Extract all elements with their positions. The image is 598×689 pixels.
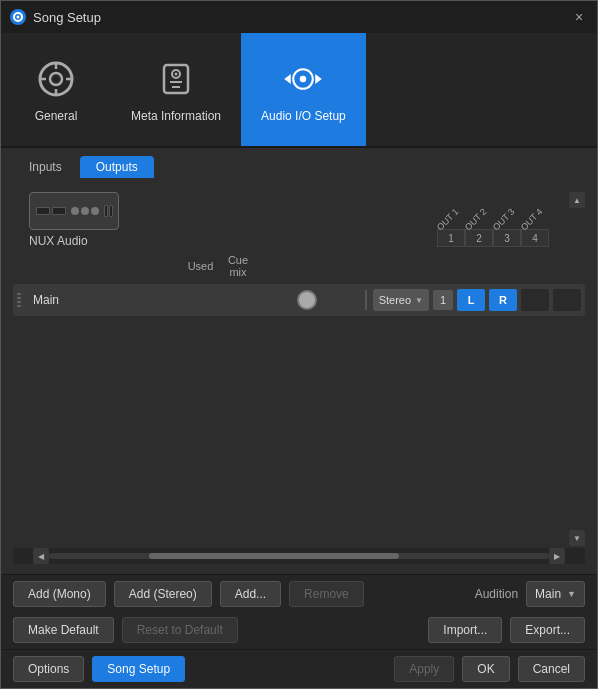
tab-meta-label: Meta Information bbox=[131, 109, 221, 123]
titlebar-left: Song Setup bbox=[9, 8, 101, 26]
bottom-row3: Options Song Setup Apply OK Cancel bbox=[1, 649, 597, 688]
subtab-outputs[interactable]: Outputs bbox=[80, 156, 154, 178]
main-content: NUX Audio OUT 1 OUT 2 OU bbox=[1, 178, 597, 688]
add-button[interactable]: Add... bbox=[220, 581, 281, 607]
channel-name: Main bbox=[29, 293, 293, 307]
out2-header: OUT 2 bbox=[465, 193, 493, 229]
general-icon bbox=[34, 57, 78, 101]
svg-marker-17 bbox=[316, 74, 323, 84]
bottom-row1: Add (Mono) Add (Stereo) Add... Remove Au… bbox=[1, 575, 597, 613]
song-setup-window: Song Setup × General bbox=[0, 0, 598, 689]
audition-dropdown[interactable]: Main ▼ bbox=[526, 581, 585, 607]
add-stereo-button[interactable]: Add (Stereo) bbox=[114, 581, 212, 607]
hscroll-right-arrow[interactable]: ▶ bbox=[549, 548, 565, 564]
tab-audio[interactable]: Audio I/O Setup bbox=[241, 33, 366, 146]
drag-handle[interactable] bbox=[17, 290, 25, 310]
device-name: NUX Audio bbox=[29, 234, 88, 248]
app-icon bbox=[9, 8, 27, 26]
row-separator bbox=[365, 290, 367, 310]
channel-mode-dropdown[interactable]: Stereo ▼ bbox=[373, 289, 429, 311]
titlebar: Song Setup × bbox=[1, 1, 597, 33]
svg-point-4 bbox=[50, 73, 62, 85]
outputs-area: NUX Audio OUT 1 OUT 2 OU bbox=[1, 178, 597, 574]
hscrollbar-thumb[interactable] bbox=[149, 553, 399, 559]
out-cell-4[interactable] bbox=[553, 289, 581, 311]
tab-meta[interactable]: Meta Information bbox=[111, 33, 241, 146]
hscroll-left-arrow[interactable]: ◀ bbox=[33, 548, 49, 564]
svg-point-2 bbox=[17, 16, 20, 19]
bottom-row2: Make Default Reset to Default Import... … bbox=[1, 613, 597, 649]
out-cell-2[interactable]: R bbox=[489, 289, 517, 311]
tab-audio-label: Audio I/O Setup bbox=[261, 109, 346, 123]
tab-general-label: General bbox=[35, 109, 78, 123]
audition-dropdown-arrow: ▼ bbox=[567, 589, 576, 599]
meta-icon bbox=[154, 57, 198, 101]
device-image bbox=[29, 192, 119, 230]
svg-point-16 bbox=[300, 75, 307, 82]
subtabs: Inputs Outputs bbox=[1, 148, 597, 178]
svg-point-13 bbox=[175, 72, 178, 75]
audio-icon bbox=[281, 57, 325, 101]
subtab-inputs[interactable]: Inputs bbox=[13, 156, 78, 178]
remove-button[interactable]: Remove bbox=[289, 581, 364, 607]
out4-header: OUT 4 bbox=[521, 193, 549, 229]
tabbar: General Meta Information bbox=[1, 33, 597, 148]
horizontal-scrollbar[interactable]: ◀ ▶ bbox=[13, 548, 585, 564]
hscrollbar-track[interactable] bbox=[49, 553, 549, 559]
cancel-button[interactable]: Cancel bbox=[518, 656, 585, 682]
window-title: Song Setup bbox=[33, 10, 101, 25]
out3-header: OUT 3 bbox=[493, 193, 521, 229]
close-button[interactable]: × bbox=[569, 7, 589, 27]
svg-marker-14 bbox=[285, 74, 292, 84]
scroll-down-arrow[interactable]: ▼ bbox=[569, 530, 585, 546]
audition-label: Audition bbox=[475, 587, 518, 601]
export-button[interactable]: Export... bbox=[510, 617, 585, 643]
import-button[interactable]: Import... bbox=[428, 617, 502, 643]
audition-value: Main bbox=[535, 587, 561, 601]
out-cell-3[interactable] bbox=[521, 289, 549, 311]
cuemix-header: Cuemix bbox=[218, 254, 258, 278]
scroll-area: ▼ bbox=[13, 316, 585, 546]
ok-button[interactable]: OK bbox=[462, 656, 509, 682]
tab-general[interactable]: General bbox=[1, 33, 111, 146]
reset-default-button[interactable]: Reset to Default bbox=[122, 617, 238, 643]
bottom-bar: Add (Mono) Add (Stereo) Add... Remove Au… bbox=[1, 574, 597, 688]
song-setup-button[interactable]: Song Setup bbox=[92, 656, 185, 682]
used-header: Used bbox=[183, 260, 218, 272]
make-default-button[interactable]: Make Default bbox=[13, 617, 114, 643]
channel-used-indicator bbox=[297, 290, 317, 310]
out-cell-1[interactable]: L bbox=[457, 289, 485, 311]
add-mono-button[interactable]: Add (Mono) bbox=[13, 581, 106, 607]
channel-row: Main Stereo ▼ 1 L R bbox=[13, 284, 585, 316]
channel-number: 1 bbox=[433, 290, 453, 310]
options-button[interactable]: Options bbox=[13, 656, 84, 682]
apply-button[interactable]: Apply bbox=[394, 656, 454, 682]
out1-header: OUT 1 bbox=[437, 193, 465, 229]
scroll-up-arrow[interactable]: ▲ bbox=[569, 192, 585, 208]
